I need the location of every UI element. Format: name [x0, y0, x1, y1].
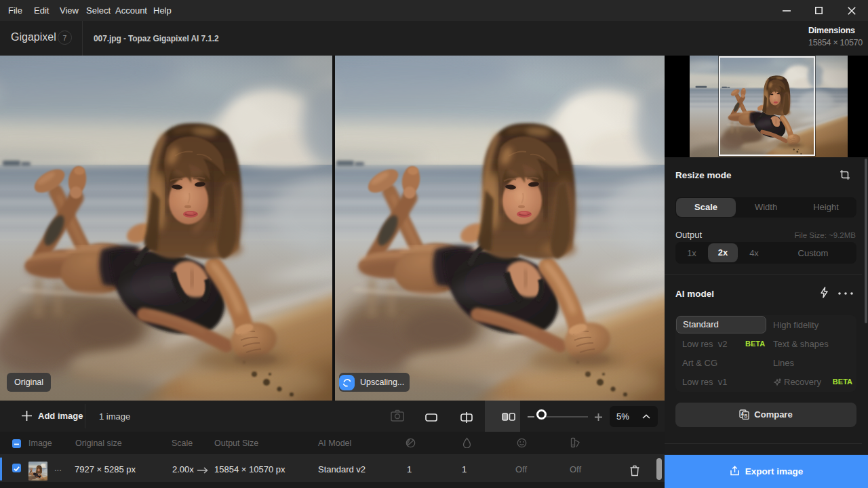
svg-text:B: B — [745, 413, 748, 418]
